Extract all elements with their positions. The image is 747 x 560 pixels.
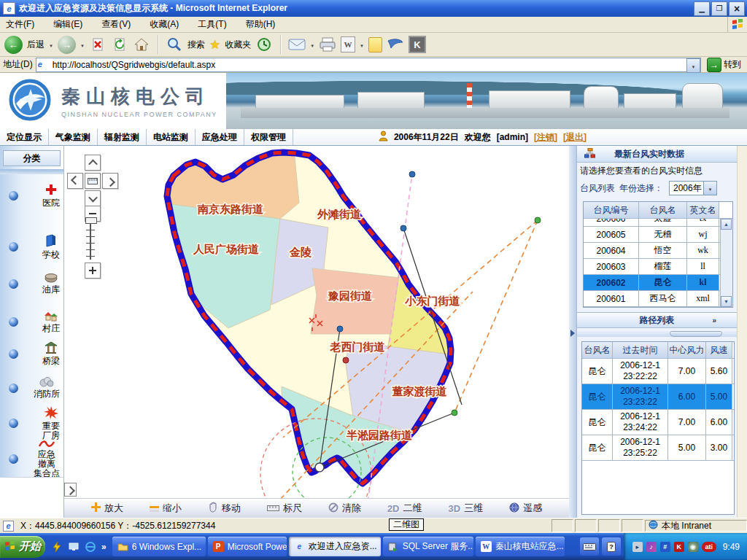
layer-toggle-icon[interactable] — [9, 454, 18, 464]
tab-plant-monitor[interactable]: 电站监测 — [147, 129, 196, 145]
sidebar-item-fire-station[interactable]: 消防所 — [0, 370, 64, 405]
pan-up-button[interactable] — [85, 155, 101, 171]
back-label[interactable]: 后退 — [27, 39, 44, 51]
track-point[interactable] — [535, 217, 541, 223]
track-point[interactable] — [400, 225, 406, 231]
sidebar-item-oil-depot[interactable]: 油库 — [0, 267, 64, 300]
flashget-icon[interactable] — [387, 36, 404, 53]
track-point[interactable] — [409, 171, 415, 177]
tray-ati-icon[interactable]: ati — [702, 542, 716, 552]
menu-favorites[interactable]: 收藏(A) — [150, 18, 179, 31]
home-icon[interactable] — [133, 36, 150, 53]
splitter-collapse-icon[interactable] — [570, 330, 575, 337]
page-scrollbar[interactable] — [737, 146, 747, 518]
kaspersky-icon[interactable] — [409, 36, 426, 53]
menu-tools[interactable]: 工具(T) — [198, 18, 226, 31]
url-dropdown-icon[interactable] — [686, 58, 700, 73]
track-point[interactable] — [452, 410, 457, 416]
stop-icon[interactable] — [89, 36, 107, 53]
collapse-chevrons-icon[interactable]: » — [712, 316, 716, 324]
restore-button[interactable] — [711, 1, 727, 16]
track-point[interactable] — [343, 357, 349, 363]
layer-toggle-icon[interactable] — [9, 279, 18, 289]
help-pane-icon[interactable]: ? — [602, 537, 621, 556]
zoom-in-step-button[interactable] — [85, 262, 101, 279]
map-zoom-out-button[interactable]: 缩小 — [150, 502, 182, 515]
menu-edit[interactable]: 编辑(E) — [53, 18, 82, 31]
map-pan-button[interactable]: 移动 — [208, 502, 241, 515]
tray-media-icon[interactable]: ♪ — [646, 542, 657, 552]
menu-help[interactable]: 帮助(H) — [246, 18, 276, 31]
menu-view[interactable]: 查看(V) — [101, 18, 131, 31]
sidebar-item-village[interactable]: 村庄 — [0, 303, 64, 340]
mail-icon[interactable] — [288, 36, 306, 53]
tab-location-display[interactable]: 定位显示 — [0, 129, 49, 145]
scroll-down-icon[interactable]: ▼ — [721, 296, 732, 307]
tab-radiation-monitor[interactable]: 辐射监测 — [98, 129, 147, 145]
tray-sql-icon[interactable]: ▸ — [632, 542, 643, 552]
layer-toggle-icon[interactable] — [9, 317, 18, 327]
year-dropdown-icon[interactable] — [703, 182, 716, 195]
zoom-slider-thumb[interactable] — [85, 217, 97, 224]
minimize-button[interactable] — [694, 1, 710, 16]
pan-down-button[interactable] — [85, 190, 101, 206]
panel-splitter[interactable] — [569, 146, 576, 518]
menu-file[interactable]: 文件(F) — [6, 18, 34, 31]
typhoon-table-scrollbar[interactable]: ▲ ▼ — [720, 219, 732, 307]
map-remote-sensing-button[interactable]: 遥感 — [509, 502, 542, 515]
edit-dropdown-icon[interactable] — [360, 39, 364, 50]
back-button[interactable]: ← — [4, 36, 23, 54]
word-edit-icon[interactable] — [341, 36, 355, 52]
table-row-selected[interactable]: 昆仑2006-12-1 23:23:226.005.00 — [582, 384, 734, 410]
table-row[interactable]: 昆仑2006-12-1 23:22:227.005.60 — [582, 359, 734, 384]
map-3d-button[interactable]: 3D 三维 — [449, 502, 484, 515]
table-row[interactable]: 200604悟空wk — [584, 243, 720, 259]
taskbar-window-explorer-group[interactable]: 6 Windows Expl... — [112, 537, 206, 556]
sidebar-expand-button[interactable] — [64, 483, 77, 497]
search-icon[interactable] — [166, 36, 183, 53]
map-zoom-in-button[interactable]: 放大 — [91, 502, 123, 515]
taskbar-window-word[interactable]: W 秦山核电站应急... — [476, 537, 565, 556]
table-row[interactable]: 昆仑2006-12-1 23:24:227.006.00 — [582, 410, 734, 435]
tray-grid-icon[interactable]: # — [660, 542, 670, 552]
year-select[interactable]: 2006年 — [669, 181, 717, 195]
taskbar-window-powerpoint[interactable]: P Microsoft PowerP... — [208, 537, 287, 556]
back-dropdown-icon[interactable] — [49, 39, 53, 50]
track-point[interactable] — [337, 326, 343, 332]
print-icon[interactable] — [319, 36, 336, 53]
tab-permission[interactable]: 权限管理 — [244, 129, 293, 145]
table-row[interactable]: 200606太虚tx — [584, 219, 720, 227]
table-row-selected[interactable]: 200602昆仑kl — [584, 275, 720, 291]
tray-volume-icon[interactable]: ◉ — [688, 542, 698, 552]
notes-icon[interactable] — [368, 37, 382, 52]
history-icon[interactable] — [255, 36, 273, 53]
splitter-handle[interactable] — [670, 331, 722, 337]
show-desktop-icon[interactable] — [68, 541, 80, 553]
favorites-label[interactable]: 收藏夹 — [225, 39, 251, 51]
sidebar-item-hospital[interactable]: 医院 — [0, 176, 64, 214]
taskbar-window-ie-active[interactable]: e 欢迎进入应急资... — [289, 537, 381, 556]
refresh-icon[interactable] — [111, 36, 128, 53]
table-row[interactable]: 200601西马仑xml — [584, 291, 720, 307]
mail-dropdown-icon[interactable] — [310, 39, 314, 50]
table-row[interactable]: 200603榴莲ll — [584, 259, 720, 275]
flashget-quicklaunch-icon[interactable] — [51, 541, 63, 553]
layer-toggle-icon[interactable] — [9, 191, 18, 201]
map-viewport[interactable]: 南京东路街道 外滩街道 人民广场街道 金陵 豫园街道 小东门街道 老西门街道 董… — [64, 146, 569, 518]
sidebar-item-assembly-point[interactable]: 应急 撤离 集合点 — [0, 436, 64, 481]
map-ruler-button[interactable]: 标尺 — [267, 502, 302, 515]
tray-kaspersky-icon[interactable]: K — [674, 542, 684, 552]
logout-link[interactable]: [注销] — [534, 131, 557, 144]
ie-quicklaunch-icon[interactable] — [85, 541, 96, 553]
layer-toggle-icon[interactable] — [9, 349, 18, 359]
exit-link[interactable]: [退出] — [563, 131, 587, 144]
map-clear-button[interactable]: 清除 — [328, 502, 361, 515]
layer-toggle-icon[interactable] — [9, 242, 18, 252]
table-row[interactable]: 昆仑2006-12-1 23:25:225.003.00 — [582, 435, 734, 461]
pan-right-button[interactable] — [102, 173, 118, 189]
input-method-keyboard-icon[interactable] — [580, 537, 599, 556]
horizontal-splitter[interactable] — [577, 330, 737, 337]
favorites-icon[interactable] — [209, 37, 220, 52]
quicklaunch-overflow-chevrons[interactable]: » — [101, 542, 107, 552]
url-input[interactable] — [36, 58, 701, 72]
